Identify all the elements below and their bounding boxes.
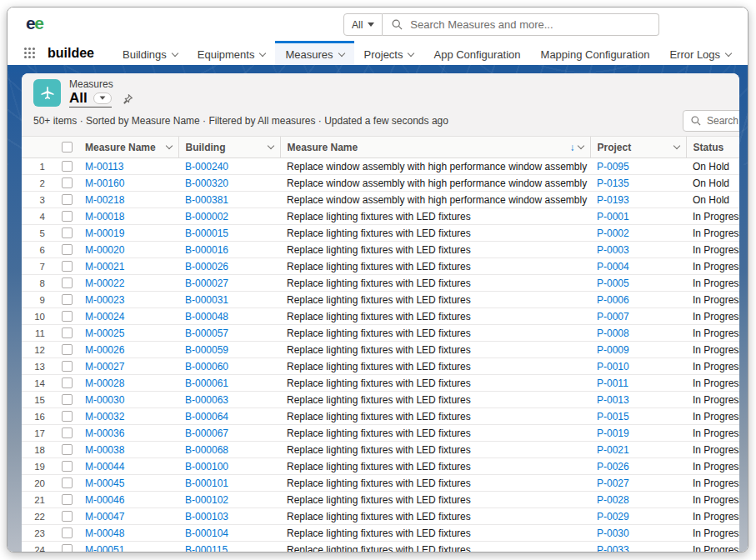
measure-link[interactable]: M-00032 [85,411,124,422]
building-link[interactable]: B-000240 [185,161,228,172]
project-link[interactable]: P-0010 [597,361,629,372]
column-header-building[interactable]: Building [178,137,280,158]
measure-link[interactable]: M-00047 [85,511,124,522]
list-search-input[interactable]: Search this list... [683,110,739,132]
row-checkbox[interactable] [62,394,73,405]
building-link[interactable]: B-000064 [185,411,228,422]
row-select-cell[interactable] [55,525,78,542]
row-select-cell[interactable] [55,425,78,442]
chevron-down-icon[interactable] [165,142,172,149]
list-view-selector[interactable]: All [69,91,112,108]
row-checkbox[interactable] [62,161,73,172]
project-link[interactable]: P-0033 [597,544,629,552]
project-link[interactable]: P-0005 [597,278,629,289]
global-search-input[interactable]: Search Measures and more... [383,13,659,36]
measure-link[interactable]: M-00028 [85,378,124,389]
tab-buildings[interactable]: * Buildings [113,41,188,65]
row-checkbox[interactable] [62,228,73,238]
tab-equipments[interactable]: * Equipments [188,41,276,65]
project-link[interactable]: P-0135 [597,178,629,189]
building-link[interactable]: B-000060 [185,361,228,372]
tab-home[interactable]: * Home × [741,41,748,65]
measure-link[interactable]: M-00024 [85,311,124,322]
select-all-header[interactable] [55,137,78,158]
row-select-cell[interactable] [55,208,78,225]
row-checkbox[interactable] [62,444,73,455]
row-checkbox[interactable] [62,461,73,472]
project-link[interactable]: P-0030 [597,528,629,539]
row-checkbox[interactable] [62,428,73,438]
measure-link[interactable]: M-00044 [85,461,124,472]
project-link[interactable]: P-0003 [597,244,629,256]
pin-list-view-button[interactable] [122,93,133,105]
row-select-cell[interactable] [55,392,78,408]
row-select-cell[interactable] [55,292,78,308]
chevron-down-icon[interactable] [338,49,344,56]
project-link[interactable]: P-0008 [597,328,629,339]
row-select-cell[interactable] [55,175,78,192]
measure-link[interactable]: M-00045 [85,478,124,489]
row-checkbox[interactable] [62,328,73,338]
measure-link[interactable]: M-00113 [85,161,123,172]
building-link[interactable]: B-000102 [185,494,228,506]
measure-link[interactable]: M-00025 [85,328,124,339]
building-link[interactable]: B-000061 [185,378,228,389]
project-link[interactable]: P-0028 [597,494,629,506]
project-link[interactable]: P-0004 [597,261,629,272]
building-link[interactable]: B-000048 [185,311,228,322]
row-checkbox[interactable] [62,178,73,188]
column-header-project[interactable]: Project [590,137,686,158]
row-checkbox[interactable] [62,261,73,272]
chevron-down-icon[interactable] [725,49,732,56]
row-select-cell[interactable] [55,258,78,275]
row-select-cell[interactable] [55,475,78,492]
measure-link[interactable]: M-00022 [85,278,124,289]
row-checkbox[interactable] [62,478,73,488]
app-launcher-icon[interactable] [24,48,36,59]
building-link[interactable]: B-000101 [185,478,228,489]
chevron-down-icon[interactable] [408,49,414,56]
tab-app-configuration[interactable]: * App Configuration [423,41,530,65]
row-checkbox[interactable] [62,211,73,222]
building-link[interactable]: B-000063 [185,394,228,406]
row-select-cell[interactable] [55,242,78,258]
measure-link[interactable]: M-00048 [85,528,124,539]
project-link[interactable]: P-0013 [597,394,629,406]
row-checkbox[interactable] [62,311,73,322]
row-select-cell[interactable] [55,408,78,425]
row-select-cell[interactable] [55,308,78,325]
row-checkbox[interactable] [62,544,73,552]
row-checkbox[interactable] [62,244,73,255]
measure-link[interactable]: M-00026 [85,344,124,356]
building-link[interactable]: B-000059 [185,344,228,356]
measure-link[interactable]: M-00023 [85,294,124,306]
row-select-cell[interactable] [55,342,78,358]
search-scope-button[interactable]: All [343,13,383,36]
row-checkbox[interactable] [62,194,73,205]
row-checkbox[interactable] [62,494,73,505]
row-checkbox[interactable] [62,344,73,355]
building-link[interactable]: B-000381 [185,194,228,206]
tab-mapping-configuration[interactable]: * Mapping Configuration [531,41,660,65]
measure-link[interactable]: M-00027 [85,361,124,372]
tab-projects[interactable]: * Projects [354,41,424,65]
tab-error-logs[interactable]: * Error Logs [659,41,741,65]
row-checkbox[interactable] [62,511,73,522]
tab-measures[interactable]: * Measures [275,41,353,65]
project-link[interactable]: P-0002 [597,228,629,239]
row-checkbox[interactable] [62,528,73,538]
measure-link[interactable]: M-00218 [85,194,124,206]
row-select-cell[interactable] [55,508,78,525]
project-link[interactable]: P-0015 [597,411,629,422]
building-link[interactable]: B-000057 [185,328,228,339]
project-link[interactable]: P-0095 [597,161,629,172]
measure-link[interactable]: M-00160 [85,178,124,189]
project-link[interactable]: P-0026 [597,461,629,472]
row-checkbox[interactable] [62,378,73,388]
project-link[interactable]: P-0007 [597,311,629,322]
building-link[interactable]: B-000320 [185,178,228,189]
project-link[interactable]: P-0009 [597,344,629,356]
row-select-cell[interactable] [55,275,78,292]
project-link[interactable]: P-0027 [597,478,629,489]
project-link[interactable]: P-0001 [597,211,629,222]
